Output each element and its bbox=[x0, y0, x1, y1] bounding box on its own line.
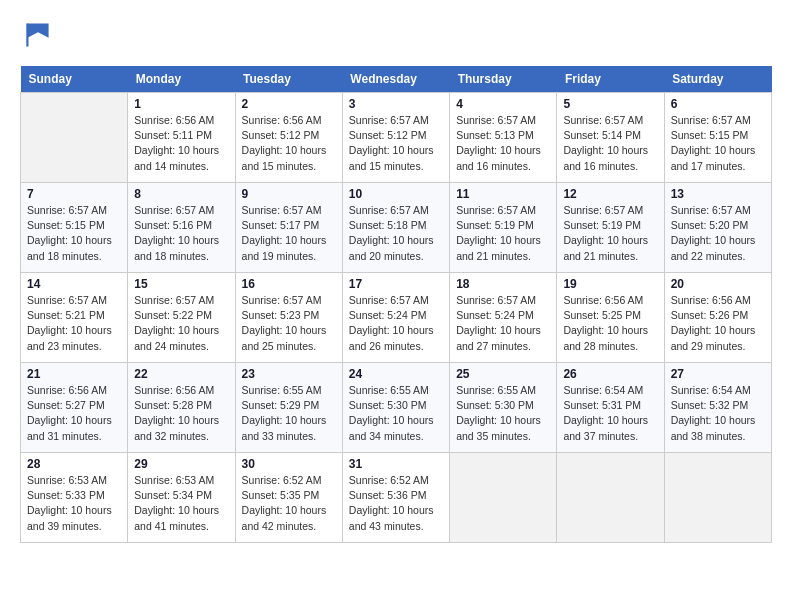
calendar-cell: 23Sunrise: 6:55 AMSunset: 5:29 PMDayligh… bbox=[235, 363, 342, 453]
cell-info: Sunrise: 6:52 AMSunset: 5:35 PMDaylight:… bbox=[242, 473, 336, 534]
day-number: 4 bbox=[456, 97, 550, 111]
logo-icon bbox=[20, 20, 56, 50]
calendar-week-5: 28Sunrise: 6:53 AMSunset: 5:33 PMDayligh… bbox=[21, 453, 772, 543]
cell-info: Sunrise: 6:54 AMSunset: 5:32 PMDaylight:… bbox=[671, 383, 765, 444]
calendar-cell: 2Sunrise: 6:56 AMSunset: 5:12 PMDaylight… bbox=[235, 93, 342, 183]
cell-info: Sunrise: 6:57 AMSunset: 5:14 PMDaylight:… bbox=[563, 113, 657, 174]
day-number: 10 bbox=[349, 187, 443, 201]
calendar-cell: 5Sunrise: 6:57 AMSunset: 5:14 PMDaylight… bbox=[557, 93, 664, 183]
header-wednesday: Wednesday bbox=[342, 66, 449, 93]
day-number: 15 bbox=[134, 277, 228, 291]
day-number: 25 bbox=[456, 367, 550, 381]
day-number: 19 bbox=[563, 277, 657, 291]
calendar-cell: 20Sunrise: 6:56 AMSunset: 5:26 PMDayligh… bbox=[664, 273, 771, 363]
cell-info: Sunrise: 6:53 AMSunset: 5:33 PMDaylight:… bbox=[27, 473, 121, 534]
calendar-cell: 26Sunrise: 6:54 AMSunset: 5:31 PMDayligh… bbox=[557, 363, 664, 453]
cell-info: Sunrise: 6:55 AMSunset: 5:30 PMDaylight:… bbox=[349, 383, 443, 444]
calendar-week-4: 21Sunrise: 6:56 AMSunset: 5:27 PMDayligh… bbox=[21, 363, 772, 453]
calendar-cell: 11Sunrise: 6:57 AMSunset: 5:19 PMDayligh… bbox=[450, 183, 557, 273]
cell-info: Sunrise: 6:57 AMSunset: 5:24 PMDaylight:… bbox=[349, 293, 443, 354]
calendar-cell: 12Sunrise: 6:57 AMSunset: 5:19 PMDayligh… bbox=[557, 183, 664, 273]
cell-info: Sunrise: 6:55 AMSunset: 5:29 PMDaylight:… bbox=[242, 383, 336, 444]
cell-info: Sunrise: 6:53 AMSunset: 5:34 PMDaylight:… bbox=[134, 473, 228, 534]
cell-info: Sunrise: 6:54 AMSunset: 5:31 PMDaylight:… bbox=[563, 383, 657, 444]
calendar-cell: 1Sunrise: 6:56 AMSunset: 5:11 PMDaylight… bbox=[128, 93, 235, 183]
calendar-cell: 31Sunrise: 6:52 AMSunset: 5:36 PMDayligh… bbox=[342, 453, 449, 543]
calendar-cell: 7Sunrise: 6:57 AMSunset: 5:15 PMDaylight… bbox=[21, 183, 128, 273]
cell-info: Sunrise: 6:56 AMSunset: 5:11 PMDaylight:… bbox=[134, 113, 228, 174]
day-number: 9 bbox=[242, 187, 336, 201]
cell-info: Sunrise: 6:57 AMSunset: 5:15 PMDaylight:… bbox=[671, 113, 765, 174]
calendar-cell: 8Sunrise: 6:57 AMSunset: 5:16 PMDaylight… bbox=[128, 183, 235, 273]
calendar-cell: 18Sunrise: 6:57 AMSunset: 5:24 PMDayligh… bbox=[450, 273, 557, 363]
day-number: 17 bbox=[349, 277, 443, 291]
day-number: 1 bbox=[134, 97, 228, 111]
day-number: 13 bbox=[671, 187, 765, 201]
cell-info: Sunrise: 6:57 AMSunset: 5:24 PMDaylight:… bbox=[456, 293, 550, 354]
calendar-week-1: 1Sunrise: 6:56 AMSunset: 5:11 PMDaylight… bbox=[21, 93, 772, 183]
calendar-cell: 29Sunrise: 6:53 AMSunset: 5:34 PMDayligh… bbox=[128, 453, 235, 543]
cell-info: Sunrise: 6:57 AMSunset: 5:20 PMDaylight:… bbox=[671, 203, 765, 264]
day-number: 22 bbox=[134, 367, 228, 381]
cell-info: Sunrise: 6:52 AMSunset: 5:36 PMDaylight:… bbox=[349, 473, 443, 534]
cell-info: Sunrise: 6:57 AMSunset: 5:18 PMDaylight:… bbox=[349, 203, 443, 264]
header-saturday: Saturday bbox=[664, 66, 771, 93]
day-number: 6 bbox=[671, 97, 765, 111]
cell-info: Sunrise: 6:57 AMSunset: 5:22 PMDaylight:… bbox=[134, 293, 228, 354]
day-number: 26 bbox=[563, 367, 657, 381]
cell-info: Sunrise: 6:56 AMSunset: 5:27 PMDaylight:… bbox=[27, 383, 121, 444]
header-thursday: Thursday bbox=[450, 66, 557, 93]
calendar-week-2: 7Sunrise: 6:57 AMSunset: 5:15 PMDaylight… bbox=[21, 183, 772, 273]
cell-info: Sunrise: 6:57 AMSunset: 5:16 PMDaylight:… bbox=[134, 203, 228, 264]
day-number: 27 bbox=[671, 367, 765, 381]
calendar-cell: 6Sunrise: 6:57 AMSunset: 5:15 PMDaylight… bbox=[664, 93, 771, 183]
calendar-cell bbox=[21, 93, 128, 183]
calendar-cell: 3Sunrise: 6:57 AMSunset: 5:12 PMDaylight… bbox=[342, 93, 449, 183]
calendar-cell: 25Sunrise: 6:55 AMSunset: 5:30 PMDayligh… bbox=[450, 363, 557, 453]
calendar-cell: 10Sunrise: 6:57 AMSunset: 5:18 PMDayligh… bbox=[342, 183, 449, 273]
day-number: 3 bbox=[349, 97, 443, 111]
day-number: 18 bbox=[456, 277, 550, 291]
calendar-cell: 27Sunrise: 6:54 AMSunset: 5:32 PMDayligh… bbox=[664, 363, 771, 453]
day-number: 12 bbox=[563, 187, 657, 201]
cell-info: Sunrise: 6:57 AMSunset: 5:12 PMDaylight:… bbox=[349, 113, 443, 174]
calendar-cell: 19Sunrise: 6:56 AMSunset: 5:25 PMDayligh… bbox=[557, 273, 664, 363]
calendar-cell: 17Sunrise: 6:57 AMSunset: 5:24 PMDayligh… bbox=[342, 273, 449, 363]
cell-info: Sunrise: 6:55 AMSunset: 5:30 PMDaylight:… bbox=[456, 383, 550, 444]
calendar-cell: 22Sunrise: 6:56 AMSunset: 5:28 PMDayligh… bbox=[128, 363, 235, 453]
cell-info: Sunrise: 6:56 AMSunset: 5:28 PMDaylight:… bbox=[134, 383, 228, 444]
cell-info: Sunrise: 6:56 AMSunset: 5:25 PMDaylight:… bbox=[563, 293, 657, 354]
calendar-week-3: 14Sunrise: 6:57 AMSunset: 5:21 PMDayligh… bbox=[21, 273, 772, 363]
day-number: 16 bbox=[242, 277, 336, 291]
cell-info: Sunrise: 6:57 AMSunset: 5:15 PMDaylight:… bbox=[27, 203, 121, 264]
day-number: 11 bbox=[456, 187, 550, 201]
calendar-cell: 24Sunrise: 6:55 AMSunset: 5:30 PMDayligh… bbox=[342, 363, 449, 453]
calendar-cell: 13Sunrise: 6:57 AMSunset: 5:20 PMDayligh… bbox=[664, 183, 771, 273]
header-friday: Friday bbox=[557, 66, 664, 93]
calendar-cell: 14Sunrise: 6:57 AMSunset: 5:21 PMDayligh… bbox=[21, 273, 128, 363]
day-number: 5 bbox=[563, 97, 657, 111]
cell-info: Sunrise: 6:56 AMSunset: 5:26 PMDaylight:… bbox=[671, 293, 765, 354]
day-number: 14 bbox=[27, 277, 121, 291]
calendar-cell: 4Sunrise: 6:57 AMSunset: 5:13 PMDaylight… bbox=[450, 93, 557, 183]
day-number: 20 bbox=[671, 277, 765, 291]
cell-info: Sunrise: 6:57 AMSunset: 5:19 PMDaylight:… bbox=[456, 203, 550, 264]
calendar-cell: 21Sunrise: 6:56 AMSunset: 5:27 PMDayligh… bbox=[21, 363, 128, 453]
cell-info: Sunrise: 6:56 AMSunset: 5:12 PMDaylight:… bbox=[242, 113, 336, 174]
calendar-cell: 30Sunrise: 6:52 AMSunset: 5:35 PMDayligh… bbox=[235, 453, 342, 543]
logo bbox=[20, 20, 60, 50]
day-number: 28 bbox=[27, 457, 121, 471]
cell-info: Sunrise: 6:57 AMSunset: 5:21 PMDaylight:… bbox=[27, 293, 121, 354]
day-number: 21 bbox=[27, 367, 121, 381]
header-sunday: Sunday bbox=[21, 66, 128, 93]
cell-info: Sunrise: 6:57 AMSunset: 5:23 PMDaylight:… bbox=[242, 293, 336, 354]
cell-info: Sunrise: 6:57 AMSunset: 5:17 PMDaylight:… bbox=[242, 203, 336, 264]
cell-info: Sunrise: 6:57 AMSunset: 5:13 PMDaylight:… bbox=[456, 113, 550, 174]
header-tuesday: Tuesday bbox=[235, 66, 342, 93]
page-header bbox=[20, 20, 772, 50]
calendar-cell: 16Sunrise: 6:57 AMSunset: 5:23 PMDayligh… bbox=[235, 273, 342, 363]
calendar-cell: 9Sunrise: 6:57 AMSunset: 5:17 PMDaylight… bbox=[235, 183, 342, 273]
calendar-cell bbox=[557, 453, 664, 543]
calendar-cell bbox=[664, 453, 771, 543]
calendar-cell: 28Sunrise: 6:53 AMSunset: 5:33 PMDayligh… bbox=[21, 453, 128, 543]
